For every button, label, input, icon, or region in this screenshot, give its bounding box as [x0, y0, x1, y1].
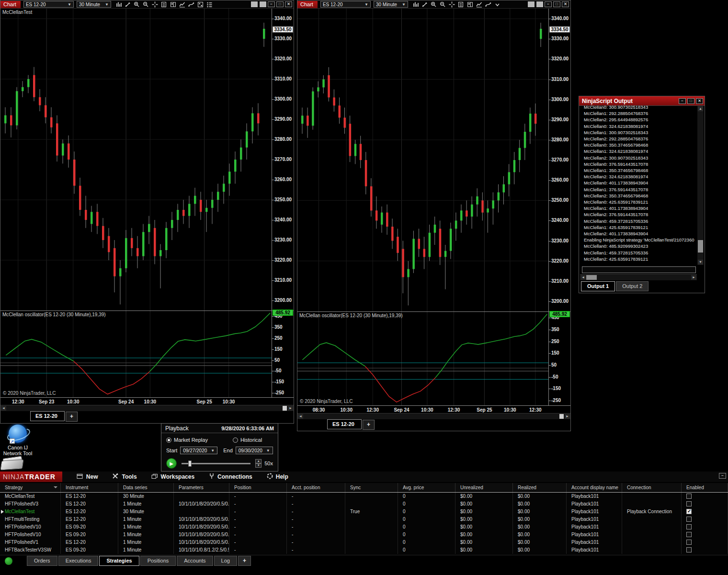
add-tab-button[interactable]: + [66, 412, 78, 422]
minimize-button[interactable]: − [719, 473, 726, 479]
enabled-checkbox[interactable] [686, 524, 692, 529]
historical-radio[interactable] [233, 437, 238, 443]
oscillator-axis[interactable]: 45035025015050-50-150-250485.92 [272, 311, 294, 397]
speed-up-stepper[interactable]: ▲ [255, 459, 262, 463]
chart-tab-es-12-20[interactable]: ES 12-20 [327, 419, 362, 429]
column-header-strategy[interactable]: Strategy [0, 483, 61, 492]
add-tab-button[interactable]: + [238, 556, 251, 566]
interval-select[interactable]: 30 Minute▼ [77, 1, 111, 8]
column-header-avg-price[interactable]: Avg. price [398, 483, 455, 492]
scroll-down-arrow-icon[interactable]: ▼ [698, 260, 703, 264]
scroll-left-arrow-icon[interactable]: ◄ [298, 414, 303, 419]
close-button[interactable]: ✕ [696, 98, 703, 104]
speed-down-stepper[interactable]: ▼ [255, 463, 262, 468]
enabled-checkbox[interactable] [686, 547, 692, 552]
column-header-data-series[interactable]: Data series [118, 483, 174, 492]
table-row[interactable]: HFTmultiTestingES 12-201 Minute10/1/10/1… [0, 516, 728, 523]
price-panel[interactable]: McClellanTest [0, 9, 272, 310]
chart-horizontal-scrollbar[interactable]: ◄ ► [0, 405, 294, 411]
scroll-right-arrow-icon[interactable]: ► [565, 414, 570, 419]
time-axis[interactable]: 12:30Sep 2310:30Sep 2410:30Sep 2510:30 [0, 397, 294, 405]
enabled-checkbox[interactable] [686, 540, 692, 545]
minimize-button[interactable]: − [545, 1, 552, 7]
enabled-checkbox[interactable] [686, 501, 692, 506]
zoom-in-icon[interactable] [429, 1, 438, 8]
tab-accounts[interactable]: Accounts [177, 556, 213, 566]
market-replay-radio[interactable] [166, 437, 171, 443]
workspace-button[interactable] [260, 1, 266, 7]
menu-help[interactable]: Help [267, 473, 288, 481]
output-command-input[interactable] [582, 266, 696, 273]
price-bars-icon[interactable] [114, 1, 123, 8]
end-date-select[interactable]: 09/30/2020▼ [236, 447, 273, 454]
price-panel[interactable] [297, 9, 548, 311]
scroll-right-arrow-icon[interactable]: ► [691, 275, 696, 280]
oscillator-panel[interactable]: McClellan oscillator(ES 12-20 (30 Minute… [0, 311, 272, 397]
output-horizontal-scrollbar[interactable]: ◄ ► [580, 274, 697, 280]
oscillator-axis[interactable]: 45035025015050-50-150-250485.92 [548, 312, 570, 405]
table-row[interactable]: HFTPolishedV3ES 12-201 Minute10/1/10/1/8… [0, 500, 728, 508]
column-header-parameters[interactable]: Parameters [174, 483, 229, 492]
chart-trader-icon[interactable] [466, 1, 475, 8]
output-vertical-scrollbar[interactable]: ▲ ▼ [697, 106, 704, 265]
play-button[interactable]: ▶ [166, 458, 177, 469]
enabled-checkbox[interactable] [686, 517, 692, 522]
overflow-chevron-icon[interactable] [493, 1, 502, 8]
column-header-realized[interactable]: Realized [513, 483, 567, 492]
tab-executions[interactable]: Executions [58, 556, 99, 566]
drawing-tools-icon[interactable] [484, 1, 493, 8]
drawing-tools-icon[interactable] [187, 1, 196, 8]
scrollbar-thumb[interactable] [698, 240, 703, 253]
column-header-enabled[interactable]: Enabled [682, 483, 728, 492]
scroll-left-arrow-icon[interactable]: ◄ [1, 406, 6, 411]
time-axis[interactable]: 08:3010:3012:30Sep 2410:3012:30Sep 2510:… [297, 405, 570, 413]
scrollbar-thumb[interactable] [586, 275, 597, 280]
draw-pencil-icon[interactable] [420, 1, 429, 8]
maximize-button[interactable]: □ [687, 98, 694, 104]
menu-workspaces[interactable]: Workspaces [151, 473, 194, 481]
price-axis[interactable]: 3340.003330.003320.003310.003300.003290.… [548, 9, 570, 311]
workspace-button[interactable] [536, 1, 543, 7]
column-header-account-display-name[interactable]: Account display name [567, 483, 622, 492]
instrument-select[interactable]: ES 12-20▼ [23, 1, 74, 8]
column-header-acct-position[interactable]: Acct. position [287, 483, 345, 492]
tab-orders[interactable]: Orders [27, 556, 57, 566]
zoom-out-icon[interactable] [438, 1, 447, 8]
menu-tools[interactable]: Tools [112, 473, 136, 481]
crosshair-icon[interactable] [150, 1, 159, 8]
snapshot-icon[interactable] [196, 1, 205, 8]
oscillator-panel[interactable]: McClellan oscillator(ES 12-20 (30 Minute… [297, 312, 548, 405]
table-row[interactable]: HFTPolishedV10ES 09-201 Minute10/1/10/1/… [0, 531, 728, 539]
output-log[interactable]: McClellan0: 300.907302518343McClellan1: … [580, 106, 697, 265]
enabled-checkbox[interactable] [686, 532, 692, 537]
price-axis[interactable]: 3340.003330.003320.003310.003300.003290.… [272, 9, 294, 310]
chart-tab-es-12-20[interactable]: ES 12-20 [30, 411, 65, 421]
menu-new[interactable]: New [77, 473, 98, 481]
scrollbar-thumb[interactable] [559, 414, 564, 419]
workspace-button[interactable] [251, 1, 258, 7]
tab-log[interactable]: Log [214, 556, 237, 566]
menu-connections[interactable]: Connections [209, 473, 252, 481]
zoom-out-icon[interactable] [141, 1, 150, 8]
output-tab-output-1[interactable]: Output 1 [581, 281, 615, 291]
scrollbar-thumb[interactable] [283, 406, 287, 411]
column-header-position[interactable]: Position [229, 483, 287, 492]
zoom-in-icon[interactable] [132, 1, 141, 8]
data-series-icon[interactable] [456, 1, 466, 8]
speed-slider[interactable] [182, 463, 250, 464]
minimize-button[interactable]: − [679, 98, 686, 104]
desktop-icon-canon-network-tool[interactable]: ➚ Canon IJ Network Tool [1, 425, 34, 456]
column-header-sync[interactable]: Sync [345, 483, 398, 492]
crosshair-icon[interactable] [447, 1, 456, 8]
chart-trader-icon[interactable] [169, 1, 178, 8]
close-button[interactable]: ✕ [562, 1, 569, 7]
draw-pencil-icon[interactable] [123, 1, 132, 8]
interval-select[interactable]: 30 Minute▼ [374, 1, 408, 8]
enabled-checkbox[interactable] [686, 509, 692, 514]
scroll-right-arrow-icon[interactable]: ► [288, 406, 293, 411]
table-row[interactable]: McClellanTestES 12-2030 Minute--0$0.00$0… [0, 493, 728, 500]
maximize-button[interactable]: □ [553, 1, 560, 7]
close-button[interactable]: ✕ [285, 1, 292, 7]
add-tab-button[interactable]: + [363, 420, 375, 430]
output-tab-output-2[interactable]: Output 2 [616, 281, 648, 291]
